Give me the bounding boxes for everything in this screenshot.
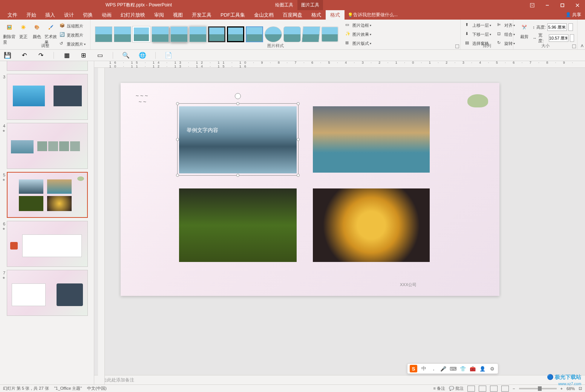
slide-canvas[interactable]: ~ ~ ~ ~ ~ 举例文字内容 [121,83,499,296]
style-thumb[interactable] [152,26,169,42]
ime-punctuation-icon[interactable]: ， [430,365,437,372]
crop-button[interactable]: ✂️ 裁剪 [516,21,532,40]
share-button[interactable]: 👤 共享 [565,12,581,18]
menu-review[interactable]: 审阅 [150,10,168,20]
menu-animations[interactable]: 动画 [97,10,116,20]
menu-insert[interactable]: 插入 [41,10,60,20]
style-thumb[interactable] [246,26,263,42]
picture-styles-gallery[interactable] [93,23,340,45]
picture-effects-button[interactable]: ✨图片效果▾ [344,30,373,38]
style-thumb[interactable] [265,26,282,42]
horizontal-ruler[interactable]: 16 · 15 · 14 · 13 · 12 · 11 · 10 · 9 · 8… [94,61,585,68]
bring-forward-button[interactable]: ⬆上移一层▾ [464,21,493,29]
undo-icon[interactable]: ↶ [20,52,28,59]
height-spinner[interactable] [568,23,573,31]
redo-icon[interactable]: ↷ [37,52,44,59]
slide-thumbnail-selected[interactable] [7,172,88,218]
slide-image-4[interactable] [313,188,430,262]
menu-wps[interactable]: 金山文档 [250,10,278,20]
rotate-handle[interactable] [235,93,241,99]
resize-handle-w[interactable] [176,138,179,141]
height-input[interactable] [547,23,567,31]
send-backward-button[interactable]: ⬇下移一层▾ [464,30,493,38]
qat-icon[interactable]: ⊞ [80,52,87,59]
ime-settings-icon[interactable]: ⚙ [489,365,496,372]
width-spinner[interactable] [570,34,574,42]
ribbon-options-icon[interactable] [525,0,540,10]
resize-handle-s[interactable] [236,174,239,177]
qat-icon[interactable]: ▦ [63,52,70,59]
slide-image-3[interactable] [179,188,297,262]
style-thumb[interactable] [95,26,112,42]
picture-tools-tab[interactable]: 图片工具 [297,0,323,10]
ime-skin-icon[interactable]: 👕 [459,365,466,372]
sorter-view-icon[interactable] [479,386,486,392]
selection-box[interactable] [177,103,299,176]
picture-border-button[interactable]: ▭图片边框▾ [344,21,373,29]
compress-picture-button[interactable]: 📦压缩图片 [58,22,87,30]
menu-transitions[interactable]: 切换 [78,10,97,20]
style-thumb[interactable] [227,26,244,42]
remove-background-button[interactable]: 🖼️ 删除背景 [3,21,16,45]
style-thumb[interactable] [283,26,301,42]
ime-toolbar[interactable]: S 中 ， 🎤 ⌨ 👕 🧰 👤 ⚙ [407,363,498,374]
slide-image-2[interactable] [313,106,430,173]
width-input[interactable] [549,34,568,42]
ime-toolbox-icon[interactable]: 🧰 [469,365,476,372]
dialog-launcher-icon[interactable] [455,44,459,48]
corrections-button[interactable]: ☀️ 更正 [17,21,30,40]
resize-handle-nw[interactable] [176,102,179,105]
fit-window-icon[interactable]: ⊡ [579,386,582,391]
slide-thumbnail[interactable] [7,270,88,316]
collapse-ribbon-icon[interactable]: ᐱ [581,44,583,48]
menu-home[interactable]: 开始 [22,10,41,20]
sogou-icon[interactable]: S [410,365,417,372]
menu-pdf[interactable]: PDF工具集 [216,10,250,20]
style-thumb[interactable] [208,26,225,42]
color-button[interactable]: 🎨 颜色 [31,21,44,40]
status-language[interactable]: 中文(中国) [87,386,106,391]
reading-view-icon[interactable] [490,386,498,392]
zoom-level[interactable]: 68% [567,386,575,391]
ime-mic-icon[interactable]: 🎤 [440,365,447,372]
style-thumb[interactable] [321,26,338,42]
qat-icon[interactable]: 🌐 [139,52,146,59]
close-icon[interactable] [570,0,585,10]
style-thumb[interactable] [189,26,207,42]
style-thumb[interactable] [114,26,131,42]
qat-icon[interactable]: 📄 [165,52,172,59]
drawing-tools-tab[interactable]: 绘图工具 [271,0,297,10]
style-thumb[interactable] [302,26,320,42]
menu-format2[interactable]: 格式 [326,10,345,20]
slideshow-view-icon[interactable] [501,386,509,392]
resize-handle-e[interactable] [297,138,300,141]
tell-me-search[interactable]: 💡 告诉我您想要做什么... [348,12,398,18]
notes-toggle[interactable]: ≡ 备注 [433,386,445,391]
zoom-slider[interactable] [519,388,557,389]
menu-file[interactable]: 文件 [3,10,22,20]
zoom-in-icon[interactable]: + [560,386,563,391]
resize-handle-n[interactable] [236,102,239,105]
qat-icon[interactable]: ▭ [96,52,104,59]
ime-lang[interactable]: 中 [420,365,427,372]
normal-view-icon[interactable] [467,386,475,392]
menu-format1[interactable]: 格式 [307,10,326,20]
slide-thumbnail[interactable] [7,221,88,267]
menu-design[interactable]: 设计 [60,10,78,20]
canvas-viewport[interactable]: ~ ~ ~ ~ ~ 举例文字内容 [94,68,585,375]
menu-view[interactable]: 视图 [168,10,187,20]
comments-toggle[interactable]: 💬 批注 [449,386,464,391]
ime-keyboard-icon[interactable]: ⌨ [450,365,456,372]
zoom-thumb[interactable] [538,386,542,391]
dialog-launcher-icon[interactable] [572,44,576,48]
ime-person-icon[interactable]: 👤 [479,365,486,372]
notes-pane[interactable]: 单击此处添加备注 [94,375,585,384]
menu-baidu[interactable]: 百度网盘 [278,10,307,20]
menu-slideshow[interactable]: 幻灯片放映 [116,10,150,20]
maximize-icon[interactable] [555,0,570,10]
menu-developer[interactable]: 开发工具 [187,10,216,20]
save-icon[interactable]: 💾 [4,52,11,59]
resize-handle-ne[interactable] [297,102,300,105]
resize-handle-se[interactable] [297,174,300,177]
minimize-icon[interactable] [540,0,555,10]
